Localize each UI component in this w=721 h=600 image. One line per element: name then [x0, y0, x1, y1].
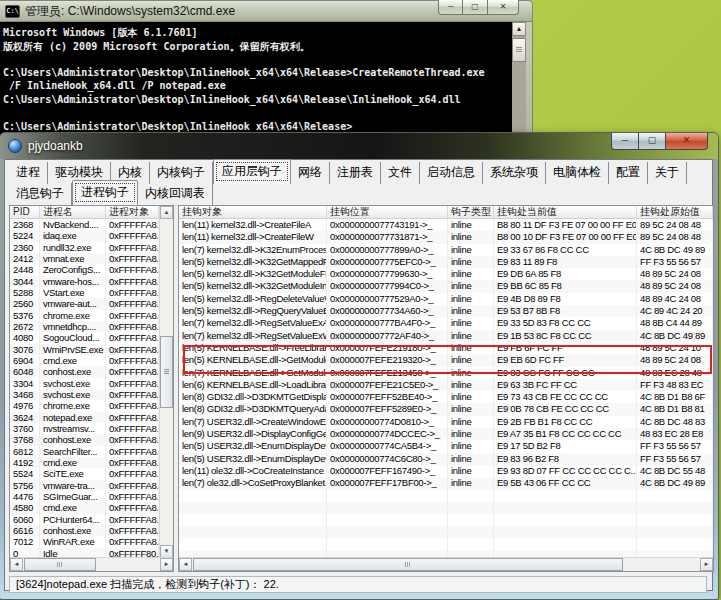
table-row[interactable]: 3076WmiPrvSE.exe0xFFFFFA8..: [10, 344, 160, 355]
cell: 0x00000000777899A0->_: [327, 244, 448, 256]
pchunter-close-button[interactable]: ✕: [666, 133, 708, 150]
table-row[interactable]: len(11) kernel32.dll->CreateFileW0x00000…: [179, 231, 713, 243]
table-row[interactable]: 4476SGImeGuar...0xFFFFFA8..: [10, 491, 160, 502]
table-row[interactable]: len(5) KERNELBASE.dll->GetModuleH...0x00…: [179, 354, 713, 366]
process-list-vscroll-thumb[interactable]: [160, 336, 173, 408]
main-tab-4[interactable]: 应用层钩子: [213, 159, 291, 184]
table-row[interactable]: 4580cmd.exe0xFFFFFA8..: [10, 502, 160, 513]
table-row[interactable]: 6616conhost.exe0xFFFFFA8..: [10, 525, 160, 536]
console-scrollbar[interactable]: ▲: [512, 22, 526, 140]
scroll-up-icon[interactable]: ▲: [160, 206, 173, 219]
hook-list-hscrollbar[interactable]: ◄ ►: [179, 557, 713, 571]
cell: SearchFilter...: [40, 446, 106, 457]
main-tab-0[interactable]: 进程: [9, 162, 48, 184]
main-tab-8[interactable]: 启动信息: [420, 162, 483, 184]
table-row[interactable]: len(6) KERNELBASE.dll->LoadLibrary...0x0…: [179, 379, 713, 391]
table-row[interactable]: 7012WinRAR.exe0xFFFFFA8..: [10, 536, 160, 547]
table-row[interactable]: 3768conhost.exe0xFFFFFA8..: [10, 434, 160, 445]
table-row[interactable]: len(7) USER32.dll->CreateWindowExW0x0000…: [179, 416, 713, 428]
table-row[interactable]: 2560vmware-aut...0xFFFFFA8..: [10, 298, 160, 309]
console-output[interactable]: Microsoft Windows [版本 6.1.7601]版权所有 (c) …: [0, 22, 512, 140]
scroll-left-icon[interactable]: ◄: [179, 558, 192, 571]
main-tab-10[interactable]: 电脑体检: [546, 162, 609, 184]
table-row[interactable]: 2360rundll32.exe0xFFFFFA8..: [10, 242, 160, 253]
main-tab-3[interactable]: 内核钩子: [150, 162, 213, 184]
cmd-maximize-button[interactable]: ▢: [463, 0, 488, 15]
table-row[interactable]: len(5) kernel32.dll->K32GetMappedFi...0x…: [179, 256, 713, 268]
table-row[interactable]: len(9) USER32.dll->DisplayConfigGet...0x…: [179, 428, 713, 440]
main-tab-5[interactable]: 网络: [291, 162, 330, 184]
cmd-close-button[interactable]: ✕: [488, 0, 519, 15]
table-row[interactable]: 4192cmd.exe0xFFFFFA8..: [10, 457, 160, 468]
table-row[interactable]: 5288VStart.exe0xFFFFFA8..: [10, 287, 160, 298]
hook-list-hscroll-thumb[interactable]: [193, 558, 623, 571]
table-row[interactable]: 3304svchost.exe0xFFFFFA8..: [10, 378, 160, 389]
cell: [327, 490, 448, 502]
scroll-right-icon[interactable]: ►: [160, 558, 173, 571]
table-row[interactable]: len(8) GDI32.dll->D3DKMTGetDisplay...0x0…: [179, 391, 713, 403]
table-row[interactable]: 6048conhost.exe0xFFFFFA8..: [10, 366, 160, 377]
table-row[interactable]: 2412vmnat.exe0xFFFFFA8..: [10, 253, 160, 264]
table-row[interactable]: len(8) GDI32.dll->D3DKMTQueryAda...0x000…: [179, 403, 713, 415]
sub-tab-2[interactable]: 内核回调表: [138, 183, 213, 205]
table-row[interactable]: len(7) kernel32.dll->RegSetValueExA0x000…: [179, 317, 713, 329]
console-line-5: C:\Users\Administrator\Desktop\InlineHoo…: [3, 94, 512, 108]
sub-tab-0[interactable]: 消息钩子: [9, 183, 72, 205]
column-header-0[interactable]: PID: [10, 206, 40, 219]
table-row[interactable]: len(5) USER32.dll->EnumDisplayDevi...0x0…: [179, 440, 713, 452]
main-tab-6[interactable]: 注册表: [330, 162, 381, 184]
main-tab-12[interactable]: 关于: [648, 162, 687, 184]
table-row[interactable]: len(7) kernel32.dll->RegSetValueExW0x000…: [179, 330, 713, 342]
console-scroll-thumb[interactable]: [512, 38, 526, 62]
table-row[interactable]: len(5) USER32.dll->EnumDisplayDevi...0x0…: [179, 453, 713, 465]
scroll-left-icon[interactable]: ◄: [10, 558, 23, 571]
table-row[interactable]: len(5) KERNELBASE.dll->FreeLibrary0x0000…: [179, 342, 713, 354]
table-row[interactable]: 2368NvBackend....0xFFFFFA8..: [10, 219, 160, 230]
table-row[interactable]: 2672vmnetdhcp....0xFFFFFA8..: [10, 321, 160, 332]
scroll-up-icon[interactable]: ▲: [512, 22, 526, 36]
column-header-4[interactable]: 挂钩处原始值: [637, 206, 713, 219]
process-list-vscrollbar[interactable]: ▲ ▼: [159, 206, 173, 558]
table-row[interactable]: len(11) kernel32.dll->CreateFileA0x00000…: [179, 219, 713, 231]
table-row[interactable]: 4976chrome.exe0xFFFFFA8..: [10, 400, 160, 411]
cell: E9 0B 78 CB FE CC CC CC: [494, 403, 637, 415]
main-tab-7[interactable]: 文件: [381, 162, 420, 184]
main-tab-11[interactable]: 配置: [609, 162, 648, 184]
column-header-1[interactable]: 挂钩位置: [327, 206, 448, 219]
cell: E9 FB 6F FC FF: [494, 342, 637, 354]
column-header-2[interactable]: 进程对象: [106, 206, 159, 219]
table-row[interactable]: 5524SciTE.exe0xFFFFFA8..: [10, 468, 160, 479]
table-row[interactable]: 4080SogouCloud...0xFFFFFA8..: [10, 332, 160, 343]
table-row[interactable]: 6812SearchFilter...0xFFFFFA8..: [10, 446, 160, 457]
process-list-hscroll-thumb[interactable]: [24, 558, 96, 571]
table-row[interactable]: 2448ZeroConfigS...0xFFFFFA8..: [10, 264, 160, 275]
table-row[interactable]: 5224idaq.exe0xFFFFFA8..: [10, 230, 160, 241]
table-row[interactable]: len(5) kernel32.dll->K32GetModuleIn...0x…: [179, 280, 713, 292]
table-row[interactable]: 5376chrome.exe0xFFFFFA8..: [10, 310, 160, 321]
scroll-right-icon[interactable]: ►: [700, 558, 713, 571]
table-row[interactable]: 6904cmd.exe0xFFFFFA8..: [10, 355, 160, 366]
table-row[interactable]: 5756vmware-tra...0xFFFFFA8..: [10, 480, 160, 491]
sub-tab-1[interactable]: 进程钩子: [72, 180, 138, 205]
table-row[interactable]: len(7) KERNELBASE.dll->GetModuleH...0x00…: [179, 367, 713, 379]
table-row[interactable]: len(5) kernel32.dll->K32GetModuleFil...0…: [179, 268, 713, 280]
table-row[interactable]: 3044vmware-hos...0xFFFFFA8..: [10, 276, 160, 287]
pchunter-maximize-button[interactable]: ▢: [639, 133, 666, 150]
main-tab-9[interactable]: 系统杂项: [483, 162, 546, 184]
column-header-1[interactable]: 进程名: [40, 206, 106, 219]
column-header-3[interactable]: 挂钩处当前值: [494, 206, 637, 219]
table-row[interactable]: 3624notepad.exe0xFFFFFA8..: [10, 412, 160, 423]
table-row[interactable]: len(11) ole32.dll->CoCreateInstance0x000…: [179, 465, 713, 477]
table-row[interactable]: len(7) ole32.dll->CoSetProxyBlanket0x000…: [179, 477, 713, 489]
cmd-minimize-button[interactable]: ─: [438, 0, 463, 15]
table-row[interactable]: 3468svchost.exe0xFFFFFA8..: [10, 389, 160, 400]
column-header-2[interactable]: 钩子类型: [448, 206, 494, 219]
table-row[interactable]: len(5) kernel32.dll->RegDeleteValueW0x00…: [179, 293, 713, 305]
pchunter-minimize-button[interactable]: ─: [611, 133, 639, 150]
table-row[interactable]: len(5) kernel32.dll->RegQueryValueE...0x…: [179, 305, 713, 317]
table-row[interactable]: 6060PCHunter64...0xFFFFFA8..: [10, 514, 160, 525]
table-row[interactable]: len(7) kernel32.dll->K32EnumProcess...0x…: [179, 244, 713, 256]
process-list-hscrollbar[interactable]: ◄ ►: [10, 557, 173, 571]
table-row[interactable]: 3760nvstreamsv...0xFFFFFA8..: [10, 423, 160, 434]
column-header-0[interactable]: 挂钩对象: [179, 206, 327, 219]
